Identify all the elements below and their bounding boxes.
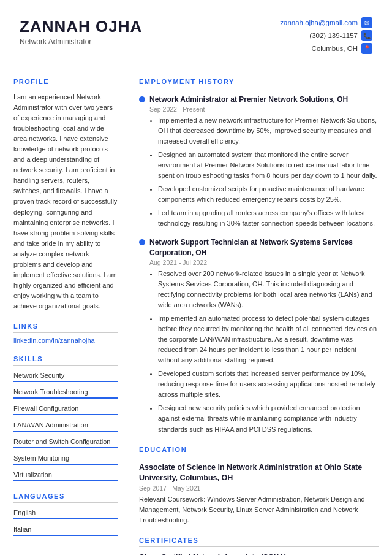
edu-title: Associate of Science in Network Administ… <box>139 462 379 484</box>
phone-icon: 📞 <box>361 30 372 41</box>
education-entry: Associate of Science in Network Administ… <box>139 462 379 526</box>
job-bullet: Implemented an automated process to dete… <box>158 313 379 366</box>
jobs-list: Network Administrator at Premier Network… <box>139 94 379 435</box>
candidate-name: ZANNAH OJHA <box>20 17 142 36</box>
email-link[interactable]: zannah.ojha@gmail.com <box>280 19 358 26</box>
languages-section-title: LANGUAGES <box>13 492 118 503</box>
skill-item: LAN/WAN Administration <box>13 419 118 432</box>
location-icon: 📍 <box>361 43 372 54</box>
linkedin-link[interactable]: linkedin.com/in/zannahojha <box>13 337 118 344</box>
skill-item: Router and Switch Configuration <box>13 435 118 448</box>
job-bullets: Implemented a new network infrastructure… <box>149 115 379 229</box>
employment-section-title: EMPLOYMENT HISTORY <box>139 78 379 88</box>
skill-item: Firewall Configuration <box>13 402 118 415</box>
education-section-title: EDUCATION <box>139 446 379 456</box>
job-bullet: Developed custom scripts that increased … <box>158 369 379 400</box>
edu-date: Sep 2017 - May 2021 <box>139 484 379 492</box>
job-entry: Network Support Technician at Network Sy… <box>139 237 379 434</box>
location-text: Columbus, OH <box>312 45 358 52</box>
job-bullet: Designed an automated system that monito… <box>158 150 379 181</box>
main-content: PROFILE I am an experienced Network Admi… <box>0 67 392 555</box>
languages-list: EnglishItalian <box>13 507 118 536</box>
language-item: English <box>13 507 118 519</box>
certificates-section-title: CERTIFICATES <box>139 537 379 547</box>
job-dot <box>139 96 145 102</box>
job-bullet: Developed customized scripts for proacti… <box>158 184 379 205</box>
skill-item: System Monitoring <box>13 452 118 465</box>
header: ZANNAH OJHA Network Administrator zannah… <box>0 0 392 67</box>
skill-item: Virtualization <box>13 469 118 481</box>
email-row: zannah.ojha@gmail.com ✉ <box>280 17 372 28</box>
candidate-title: Network Administrator <box>20 37 142 46</box>
links-section-title: LINKS <box>13 323 118 333</box>
location-row: Columbus, OH 📍 <box>280 43 372 54</box>
header-left: ZANNAH OJHA Network Administrator <box>20 17 142 46</box>
skill-item: Network Troubleshooting <box>13 386 118 399</box>
skills-section-title: SKILLS <box>13 355 118 366</box>
skills-list: Network SecurityNetwork TroubleshootingF… <box>13 369 118 481</box>
profile-section-title: PROFILE <box>13 78 118 88</box>
job-title: Network Support Technician at Network Sy… <box>149 237 379 258</box>
left-column: PROFILE I am an experienced Network Admi… <box>0 67 129 555</box>
education-list: Associate of Science in Network Administ… <box>139 462 379 526</box>
right-column: EMPLOYMENT HISTORY Network Administrator… <box>129 67 392 555</box>
job-bullet: Implemented a new network infrastructure… <box>158 115 379 147</box>
email-icon: ✉ <box>361 17 372 28</box>
edu-text: Relevant Coursework: Windows Server Admi… <box>139 494 379 526</box>
job-date: Sep 2022 - Present <box>149 105 379 113</box>
job-title-row: Network Support Technician at Network Sy… <box>139 237 379 258</box>
job-date: Aug 2021 - Jul 2022 <box>149 259 379 266</box>
header-right: zannah.ojha@gmail.com ✉ (302) 139-1157 📞… <box>280 17 372 56</box>
job-bullet: Led team in upgrading all routers across… <box>158 208 379 229</box>
job-dot <box>139 239 145 245</box>
profile-text: I am an experienced Network Administrato… <box>13 92 118 312</box>
job-bullet: Designed new security policies which pro… <box>158 403 379 434</box>
job-bullet: Resolved over 200 network-related issues… <box>158 269 379 310</box>
job-bullets: Resolved over 200 network-related issues… <box>149 269 379 435</box>
phone-row: (302) 139-1157 📞 <box>280 30 372 41</box>
job-title: Network Administrator at Premier Network… <box>149 94 348 105</box>
phone-text: (302) 139-1157 <box>309 32 358 39</box>
skill-item: Network Security <box>13 369 118 382</box>
language-item: Italian <box>13 523 118 536</box>
job-title-row: Network Administrator at Premier Network… <box>139 94 379 105</box>
job-entry: Network Administrator at Premier Network… <box>139 94 379 229</box>
